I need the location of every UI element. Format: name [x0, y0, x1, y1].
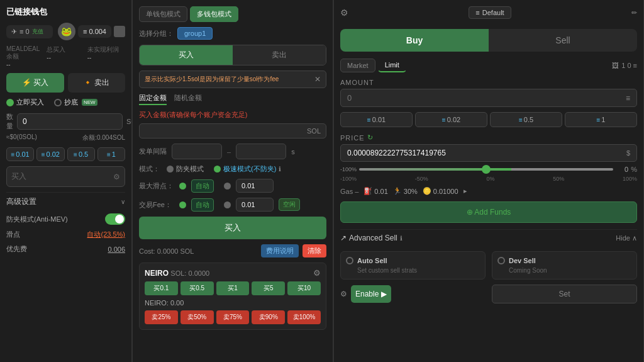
approx-value: ≈$0(0SOL)	[6, 133, 37, 142]
cost-label: Cost: 0.0000 SOL	[139, 247, 194, 255]
gas-row: Gas – ⛽ 0.01 🏃 30% 🪙 0.01000 ▸	[340, 187, 637, 195]
slip-auto-radio[interactable]	[179, 183, 186, 189]
interval-input-start[interactable]	[172, 144, 222, 159]
token-buy-10[interactable]: 买10	[287, 281, 321, 295]
bottom-buy-dot	[54, 99, 62, 106]
buy-sell-main: Buy Sell	[340, 29, 637, 52]
main-buy-tab[interactable]: Buy	[340, 29, 489, 52]
amount-unit-icon[interactable]: ≡	[626, 94, 630, 103]
bottom-buy-radio[interactable]: 抄底 NEW	[54, 98, 97, 107]
sell-button[interactable]: 🔸 卖出	[68, 73, 126, 93]
group-badge[interactable]: group1	[177, 27, 213, 40]
chevron-icon: ∨	[121, 198, 125, 205]
buy-amount-label: 买入金额(请确保每个账户资金充足)	[139, 110, 326, 120]
buy-button[interactable]: ⚡ 买入	[6, 73, 64, 93]
mid-buy-button[interactable]: 买入	[139, 217, 326, 239]
anti-mev-option[interactable]: 防夹模式	[167, 164, 204, 174]
dev-sell-radio[interactable]	[497, 257, 505, 264]
interval-input-end[interactable]	[236, 144, 286, 159]
slippage-input[interactable]	[236, 179, 274, 193]
instant-buy-radio[interactable]: 立即买入	[6, 98, 44, 107]
advanced-settings-row[interactable]: 高级设置 ∨	[6, 192, 125, 211]
fee-explain-button[interactable]: 费用说明	[261, 244, 299, 257]
token-buy-01[interactable]: 买0.1	[145, 281, 178, 295]
slippage-row: 滑点 自动(23.5%)	[6, 227, 125, 242]
auto-sell-radio[interactable]	[346, 257, 353, 264]
buy-amount-input[interactable]	[145, 127, 307, 135]
adv-sell-info-icon[interactable]: ℹ	[400, 235, 402, 242]
sol-btn-1[interactable]: ≡1	[97, 147, 125, 161]
token-sell-90[interactable]: 卖90%	[252, 310, 285, 324]
fast-mode-info-icon[interactable]: ℹ	[279, 166, 281, 173]
token-buy-1[interactable]: 买1	[216, 281, 250, 295]
quantity-input[interactable]	[17, 113, 123, 130]
price-input[interactable]	[347, 149, 626, 157]
token-buy-row: 买0.1 买0.5 买1 买5 买10	[145, 281, 321, 295]
clear-button[interactable]: 清除	[303, 244, 326, 257]
qa-05[interactable]: ≡0.5	[490, 112, 562, 127]
limit-order-btn[interactable]: Limit	[378, 58, 406, 72]
token-sell-25[interactable]: 卖25%	[145, 310, 178, 324]
price-refresh-icon[interactable]: ↻	[367, 133, 374, 142]
stats-row: MEALDEAL 余额 -- 总买入 -- 未实现利润 --	[6, 45, 125, 68]
left-panel: 已链接钱包 ✈ ≡ 0 充值 🐸 ≡ 0.004 MEALDEAL 余额 -- …	[0, 0, 132, 362]
main-sell-tab[interactable]: Sell	[489, 29, 637, 52]
token-sell-50[interactable]: 卖50%	[180, 310, 214, 324]
new-badge: NEW	[82, 99, 97, 106]
tab-single-wallet[interactable]: 单钱包模式	[139, 6, 187, 22]
wallet-balance-2: ≡ 0.004	[78, 25, 111, 38]
buy-action-button[interactable]: 买入 ⚙	[6, 166, 125, 187]
settings-icon[interactable]: ⚙	[340, 8, 348, 18]
gas-more-icon[interactable]: ▸	[464, 187, 467, 195]
token-sell-100[interactable]: 卖100%	[287, 310, 321, 324]
amount-section: AMOUNT ≡	[340, 79, 637, 107]
amount-input[interactable]	[347, 93, 626, 103]
fast-mode-option[interactable]: 极速模式(不防夹) ℹ	[214, 164, 281, 174]
slip-manual-radio[interactable]	[224, 183, 231, 189]
fee-input[interactable]	[236, 198, 274, 212]
token-buy-05[interactable]: 买0.5	[180, 281, 214, 295]
anti-mev-toggle[interactable]	[105, 213, 125, 225]
token-buy-5[interactable]: 买5	[252, 281, 285, 295]
fee-manual-radio[interactable]	[224, 201, 231, 208]
sol-btn-002[interactable]: ≡0.02	[36, 147, 64, 161]
price-unit[interactable]: $	[626, 149, 630, 157]
priority-value[interactable]: 0.006	[108, 246, 125, 253]
tab-buy[interactable]: 买入	[140, 45, 233, 65]
buy-amount-input-row: SOL	[139, 123, 326, 139]
default-badge[interactable]: ≡ Default	[469, 6, 511, 19]
qa-002[interactable]: ≡0.02	[415, 112, 487, 127]
wallet-balance-1: ≡ 0	[19, 28, 30, 35]
token-header: NEIRO SOL: 0.0000 ⚙	[145, 268, 321, 278]
random-amount-tab[interactable]: 随机金额	[174, 93, 202, 105]
recharge-link[interactable]: 充值	[32, 28, 43, 36]
market-order-btn[interactable]: Market	[340, 59, 375, 72]
quantity-row: 数量 SOL	[6, 112, 125, 131]
slippage-value[interactable]: 自动(23.5%)	[87, 230, 125, 239]
fixed-amount-tab[interactable]: 固定金额	[139, 93, 167, 105]
wallet-addr-1[interactable]: ✈ ≡ 0 充值	[6, 25, 53, 38]
token-sell-75[interactable]: 卖75%	[216, 310, 250, 324]
notice-close[interactable]: ✕	[314, 75, 321, 84]
order-type-row: Market Limit 🖼 1 0 ≡	[340, 58, 637, 72]
price-section: PRICE ↻ $ -100% 0 % -100% -50% 0% 50% 10…	[340, 133, 637, 182]
add-funds-button[interactable]: ⊕ Add Funds	[340, 201, 637, 223]
quick-amounts: ≡0.01 ≡0.02 ≡0.5 ≡1	[340, 112, 637, 127]
interval-row: 发单间隔 – s	[139, 144, 326, 159]
qa-001[interactable]: ≡0.01	[340, 112, 413, 127]
tab-multi-wallet[interactable]: 多钱包模式	[190, 6, 238, 22]
edit-icon[interactable]: ✏	[631, 9, 637, 17]
sol-btn-001[interactable]: ≡0.01	[6, 147, 34, 161]
fee-auto-radio[interactable]	[179, 201, 186, 208]
qa-1[interactable]: ≡1	[565, 112, 637, 127]
unrealized-label: 未实现利润 --	[87, 45, 125, 68]
price-slider[interactable]	[359, 168, 613, 171]
enable-button[interactable]: Enable ▶	[351, 285, 391, 303]
anti-mev-row: 防夹模式(Anti-MEV)	[6, 211, 125, 227]
sol-btn-05[interactable]: ≡0.5	[67, 147, 95, 161]
token-gear-icon[interactable]: ⚙	[313, 268, 321, 278]
hide-button[interactable]: Hide ∧	[616, 234, 637, 242]
set-button[interactable]: Set	[492, 285, 637, 303]
sell-gear-icon[interactable]: ⚙	[340, 290, 347, 298]
tab-sell[interactable]: 卖出	[233, 45, 326, 65]
